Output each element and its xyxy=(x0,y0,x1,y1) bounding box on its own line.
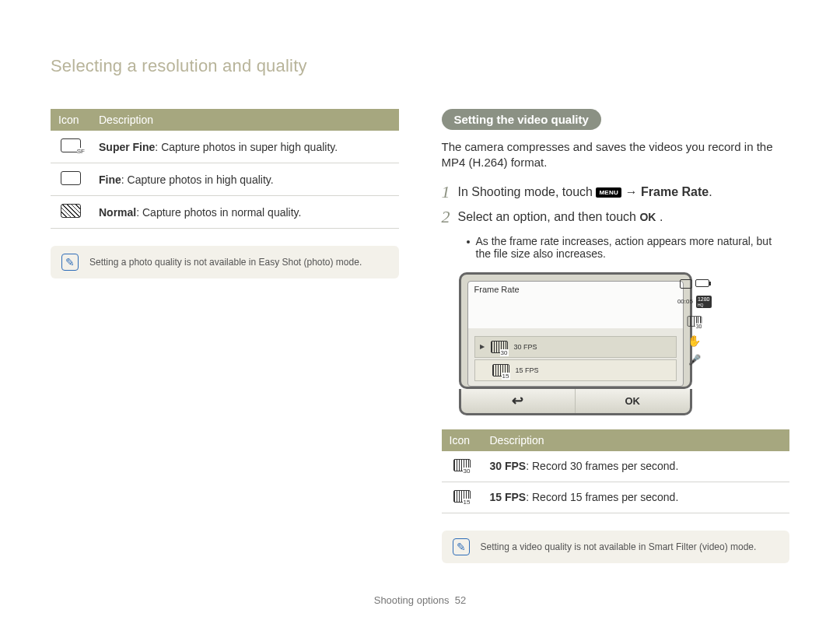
bullet-text: As the frame rate increases, action appe… xyxy=(476,235,790,260)
camera-screen: Frame Rate ▶ 30 FPS 15 FPS xyxy=(459,272,692,389)
note-text: Setting a photo quality is not available… xyxy=(89,257,362,268)
back-arrow-icon: ↩ xyxy=(512,392,523,409)
storage-icon xyxy=(680,279,692,289)
th-icon: Icon xyxy=(51,109,91,131)
th-desc: Description xyxy=(91,109,399,131)
row-desc: : Capture photos in normal quality. xyxy=(136,206,301,219)
th-icon: Icon xyxy=(442,429,482,451)
row-desc: : Capture photos in super high quality. xyxy=(155,141,338,153)
step-1: 1 In Shooting mode, touch MENU → Frame R… xyxy=(442,185,790,201)
step-arrow: → xyxy=(625,185,641,198)
table-row: Super Fine: Capture photos in super high… xyxy=(51,131,399,163)
note-icon: ✎ xyxy=(61,254,79,271)
step-target: Frame Rate xyxy=(641,185,709,198)
step-number: 2 xyxy=(442,208,450,226)
th-desc: Description xyxy=(482,429,790,451)
camera-back-button[interactable]: ↩ xyxy=(461,389,576,413)
quality-normal-icon xyxy=(61,204,81,218)
quality-superfine-icon xyxy=(61,138,81,152)
step-2: 2 Select an option, and then touch OK . xyxy=(442,210,790,226)
camera-button-bar: ↩ OK xyxy=(459,389,692,415)
fps-status-icon xyxy=(687,316,702,327)
menu-icon: MENU xyxy=(596,187,621,198)
camera-menu-item[interactable]: 15 FPS xyxy=(474,359,677,381)
left-column: Icon Description Super Fine: Capture pho… xyxy=(51,109,399,563)
mic-icon: 🎤 xyxy=(688,354,701,366)
note-box: ✎ Setting a video quality is not availab… xyxy=(442,531,790,563)
ok-label: OK xyxy=(625,395,641,407)
menu-item-label: 15 FPS xyxy=(516,366,539,374)
row-desc: : Record 30 frames per second. xyxy=(526,460,678,472)
footer-page-number: 52 xyxy=(455,594,466,606)
stabilizer-icon: ✋ xyxy=(688,335,701,347)
ok-inline-icon: OK xyxy=(639,211,656,223)
step-post: . xyxy=(709,185,712,198)
step-post: . xyxy=(656,210,663,223)
fps-30-icon xyxy=(491,341,508,353)
fps-15-icon xyxy=(492,364,509,377)
selected-arrow-icon: ▶ xyxy=(480,343,485,350)
camera-status-icons: 00:05 1280HQ ✋ 🎤 xyxy=(677,279,712,366)
right-column: Setting the video quality The camera com… xyxy=(442,109,790,563)
camera-menu-list: ▶ 30 FPS 15 FPS xyxy=(474,335,677,381)
note-icon: ✎ xyxy=(453,538,470,555)
camera-menu-item[interactable]: ▶ 30 FPS xyxy=(474,336,677,358)
step-pre: In Shooting mode, touch xyxy=(458,185,597,198)
section-pill: Setting the video quality xyxy=(442,109,601,130)
page-footer: Shooting options 52 xyxy=(0,594,840,606)
photo-quality-table: Icon Description Super Fine: Capture pho… xyxy=(51,109,399,229)
bullet-dot-icon xyxy=(467,240,470,243)
row-desc: : Capture photos in high quality. xyxy=(121,173,274,186)
camera-menu-title: Frame Rate xyxy=(474,285,520,294)
row-label: 15 FPS xyxy=(490,491,527,503)
quality-fine-icon xyxy=(61,171,81,185)
camera-ok-button[interactable]: OK xyxy=(576,389,690,413)
rec-time: 00:05 xyxy=(677,298,693,305)
intro-text: The camera compresses and saves the vide… xyxy=(442,139,790,171)
step-bullets: As the frame rate increases, action appe… xyxy=(467,235,790,260)
step-text: In Shooting mode, touch MENU → Frame Rat… xyxy=(458,185,712,199)
footer-section: Shooting options xyxy=(374,594,450,606)
step-text: Select an option, and then touch OK . xyxy=(458,210,663,224)
table-row: 15 FPS: Record 15 frames per second. xyxy=(442,482,790,513)
battery-icon xyxy=(695,279,709,287)
step-pre: Select an option, and then touch xyxy=(458,210,640,223)
page-title: Selecting a resolution and quality xyxy=(51,56,789,76)
row-label: Normal xyxy=(99,206,136,219)
row-label: 30 FPS xyxy=(490,460,527,472)
row-label: Super Fine xyxy=(99,141,155,153)
step-number: 1 xyxy=(442,184,450,201)
fps-30-icon xyxy=(453,459,471,471)
table-row: Normal: Capture photos in normal quality… xyxy=(51,196,399,229)
two-column-layout: Icon Description Super Fine: Capture pho… xyxy=(51,109,789,563)
menu-item-label: 30 FPS xyxy=(514,343,537,351)
row-label: Fine xyxy=(99,173,121,186)
camera-screen-mock: Frame Rate ▶ 30 FPS 15 FPS xyxy=(459,272,692,415)
table-row: 30 FPS: Record 30 frames per second. xyxy=(442,451,790,482)
resolution-badge: 1280HQ xyxy=(696,296,712,308)
row-desc: : Record 15 frames per second. xyxy=(526,491,678,503)
fps-15-icon xyxy=(453,490,471,503)
note-text: Setting a video quality is not available… xyxy=(481,541,757,552)
fps-table: Icon Description 30 FPS: Record 30 frame… xyxy=(442,429,790,513)
table-row: Fine: Capture photos in high quality. xyxy=(51,163,399,196)
note-box: ✎ Setting a photo quality is not availab… xyxy=(51,246,399,278)
